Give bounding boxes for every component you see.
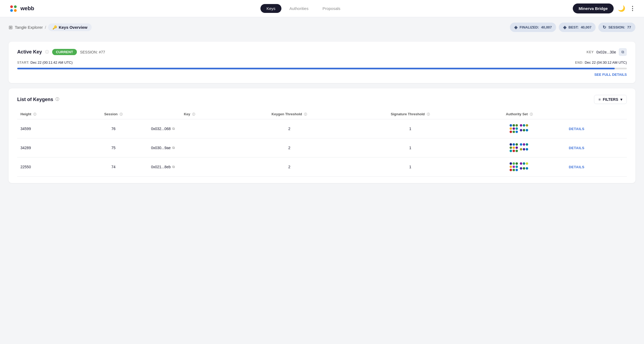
active-key-info-icon[interactable]: ⓘ <box>45 50 49 55</box>
cell-details: DETAILS <box>566 138 627 157</box>
cell-signature-threshold: 1 <box>347 157 473 177</box>
cell-keygen-threshold: 2 <box>231 138 347 157</box>
svg-point-2 <box>10 9 13 12</box>
details-link[interactable]: DETAILS <box>569 127 584 131</box>
key-copy-btn[interactable]: ⧉ <box>172 165 175 169</box>
chevron-down-icon: ▾ <box>620 97 622 102</box>
th-actions <box>566 109 627 119</box>
progress-bar-fill <box>17 68 615 69</box>
keygens-header: List of Keygens ⓘ ≡ FILTERS ▾ <box>17 95 627 104</box>
authority-dot <box>510 169 512 171</box>
authority-dot <box>510 166 512 168</box>
authority-dot <box>523 124 525 127</box>
details-link[interactable]: DETAILS <box>569 146 584 150</box>
key-icon: 🔑 <box>52 25 57 30</box>
key-cell-inner: 0x021...8eb ⧉ <box>151 165 228 169</box>
cell-height: 34289 <box>17 138 79 157</box>
finalized-icon: ◈ <box>514 25 517 30</box>
cell-height: 22550 <box>17 157 79 177</box>
header: webb Keys Authorities Proposals Minerva … <box>0 0 644 17</box>
cell-height: 34599 <box>17 119 79 138</box>
main-content: Active Key ⓘ CURRENT SESSION: #77 KEY 0x… <box>0 37 644 187</box>
cell-key: 0x030...9ae ⧉ <box>148 138 231 157</box>
breadcrumb: ⊞ Tangle Explorer / 🔑 Keys Overview <box>9 23 92 31</box>
key-text: 0x032...068 <box>151 127 171 131</box>
stats-row: ◈ FINALIZED: 40,007 ◈ BEST: 40,007 ↻ SES… <box>510 23 635 32</box>
session-stat: ↻ SESSION: 77 <box>598 23 635 32</box>
bridge-button[interactable]: Minerva Bridge <box>573 3 614 13</box>
active-key-card: Active Key ⓘ CURRENT SESSION: #77 KEY 0x… <box>9 42 635 83</box>
authority-dot <box>520 162 522 165</box>
cell-session: 76 <box>79 119 148 138</box>
authority-dot <box>516 166 518 168</box>
breadcrumb-current-label: Keys Overview <box>59 25 87 30</box>
tangle-explorer-link[interactable]: Tangle Explorer <box>15 25 43 30</box>
key-text: 0x030...9ae <box>151 146 171 150</box>
current-badge: CURRENT <box>52 49 77 55</box>
authority-dot <box>516 127 518 130</box>
active-key-header: Active Key ⓘ CURRENT SESSION: #77 KEY 0x… <box>17 48 627 56</box>
start-time: START: Dec 22 (00:11:42 AM UTC) <box>17 60 73 64</box>
theme-toggle-icon[interactable]: 🌙 <box>618 5 625 12</box>
key-copy-btn[interactable]: ⧉ <box>172 127 175 131</box>
breadcrumb-bar: ⊞ Tangle Explorer / 🔑 Keys Overview ◈ FI… <box>0 17 644 37</box>
filters-button[interactable]: ≡ FILTERS ▾ <box>594 95 627 104</box>
authority-dot <box>510 131 512 133</box>
th-height-info[interactable]: ⓘ <box>33 113 36 116</box>
cell-session: 74 <box>79 157 148 177</box>
th-session-info[interactable]: ⓘ <box>120 113 123 116</box>
nav-keys[interactable]: Keys <box>260 4 281 13</box>
authority-set-icon <box>476 143 562 152</box>
cell-session: 75 <box>79 138 148 157</box>
table-row: 2255074 0x021...8eb ⧉ 21DETAILS <box>17 157 627 177</box>
active-key-times: START: Dec 22 (00:11:42 AM UTC) END: Dec… <box>17 60 627 64</box>
key-cell-inner: 0x032...068 ⧉ <box>151 127 228 131</box>
th-authority-set-info[interactable]: ⓘ <box>530 113 533 116</box>
keygens-title: List of Keygens ⓘ <box>17 97 59 102</box>
active-key-session: SESSION: #77 <box>80 50 105 54</box>
svg-point-1 <box>14 5 17 8</box>
keygens-info-icon[interactable]: ⓘ <box>55 97 59 102</box>
best-icon: ◈ <box>563 25 566 30</box>
keygens-title-text: List of Keygens <box>17 97 53 102</box>
authority-dot <box>526 148 528 150</box>
authority-dot <box>513 162 515 165</box>
cell-authority-set <box>473 119 566 138</box>
authority-dot <box>526 162 528 165</box>
table-head: Height ⓘ Session ⓘ Key ⓘ Keygen Threshol… <box>17 109 627 119</box>
session-label: SESSION: <box>608 25 625 29</box>
end-value: Dec 22 (04:30:12 AM UTC) <box>585 60 627 64</box>
authority-dot <box>520 129 522 131</box>
nav-proposals[interactable]: Proposals <box>317 4 346 13</box>
details-link[interactable]: DETAILS <box>569 165 584 169</box>
th-height: Height ⓘ <box>17 109 79 119</box>
authority-dot <box>526 167 528 170</box>
cell-authority-set <box>473 157 566 177</box>
authority-dot <box>520 167 522 170</box>
filter-icon: ≡ <box>599 97 601 102</box>
key-copy-btn[interactable]: ⧉ <box>172 146 175 150</box>
nav-authorities[interactable]: Authorities <box>284 4 314 13</box>
key-copy-button[interactable]: ⧉ <box>619 48 627 56</box>
svg-point-3 <box>14 9 17 12</box>
cell-key: 0x032...068 ⧉ <box>148 119 231 138</box>
logo-text: webb <box>20 5 34 12</box>
see-full-details-link[interactable]: SEE FULL DETAILS <box>17 73 627 77</box>
more-options-icon[interactable]: ⋮ <box>629 5 635 12</box>
authority-dot <box>513 146 515 149</box>
breadcrumb-separator: / <box>45 25 46 30</box>
authority-dot <box>510 162 512 165</box>
grid-icon: ⊞ <box>9 24 13 30</box>
th-keygen-threshold-info[interactable]: ⓘ <box>304 113 307 116</box>
authority-set-icon <box>476 162 562 171</box>
active-key-right: KEY 0x02e...30e ⧉ <box>586 48 627 56</box>
authority-dot <box>523 162 525 165</box>
key-text: 0x021...8eb <box>151 165 171 169</box>
authority-dot <box>510 150 512 152</box>
th-signature-threshold: Signature Threshold ⓘ <box>347 109 473 119</box>
authority-dot <box>523 143 525 146</box>
table-body: 3459976 0x032...068 ⧉ 21DETAILS3428975 0… <box>17 119 627 177</box>
th-signature-threshold-info[interactable]: ⓘ <box>427 113 430 116</box>
authority-dot <box>516 131 518 133</box>
th-key-info[interactable]: ⓘ <box>192 113 195 116</box>
